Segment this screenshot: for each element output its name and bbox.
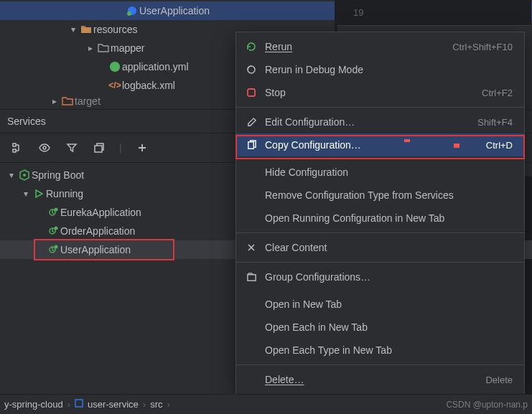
- tree-label: mapper: [111, 42, 144, 54]
- menu-label: Copy Configuration…: [265, 139, 479, 151]
- folder-res-icon: [79, 24, 93, 35]
- rerun-icon: [245, 41, 258, 52]
- menu-edit-config[interactable]: Edit Configuration… Shift+F4: [236, 110, 524, 133]
- copy-icon: [245, 140, 258, 151]
- module-icon: [75, 399, 83, 410]
- menu-rerun-debug[interactable]: Rerun in Debug Mode: [236, 58, 524, 81]
- tree-label: UserApplication: [60, 244, 131, 255]
- menu-rerun[interactable]: Rerun Ctrl+Shift+F10: [236, 35, 524, 58]
- svg-rect-15: [248, 89, 255, 96]
- svg-point-9: [55, 208, 58, 212]
- menu-label: Delete…: [265, 374, 478, 385]
- menu-open-new-tab[interactable]: Open in New Tab: [236, 293, 524, 316]
- menu-open-each-tab[interactable]: Open Each in New Tab: [236, 316, 524, 339]
- svg-rect-18: [75, 400, 83, 407]
- menu-label: Open Running Configuration in New Tab: [265, 212, 513, 224]
- svg-rect-17: [247, 274, 255, 280]
- menu-open-running-tab[interactable]: Open Running Configuration in New Tab: [236, 207, 524, 230]
- tree-label: application.yml: [122, 61, 189, 72]
- chevron-right-icon: ›: [143, 399, 146, 410]
- menu-label: Remove Configuration Type from Services: [265, 189, 513, 201]
- svg-point-5: [43, 146, 46, 149]
- menu-clear-content[interactable]: Clear Content: [236, 236, 524, 259]
- crumb-item[interactable]: user-service: [88, 399, 139, 410]
- menu-shortcut: Ctrl+Shift+F10: [452, 42, 513, 52]
- running-app-icon: [46, 244, 60, 255]
- menu-label: Clear Content: [265, 242, 513, 253]
- svg-rect-3: [13, 144, 16, 146]
- show-icon[interactable]: [37, 141, 52, 155]
- menu-label: Open Each in New Tab: [265, 321, 513, 333]
- spring-boot-icon: [17, 169, 32, 181]
- chevron-right-icon: ›: [67, 399, 70, 410]
- stop-icon: [245, 88, 258, 98]
- editor-gutter: 19: [337, 0, 531, 26]
- svg-rect-6: [95, 146, 102, 152]
- menu-delete[interactable]: Delete… Delete: [236, 368, 524, 391]
- xml-icon: </>: [108, 80, 122, 90]
- tree-label: logback.xml: [122, 80, 175, 91]
- svg-rect-16: [248, 141, 253, 148]
- menu-group-config[interactable]: Group Configurations…: [236, 265, 524, 288]
- menu-label: Hide Configuration: [265, 166, 513, 178]
- svg-rect-4: [13, 149, 16, 152]
- menu-label: Rerun: [265, 41, 445, 52]
- menu-shortcut: Ctrl+D: [486, 140, 513, 151]
- chevron-right-icon: ›: [167, 399, 169, 410]
- crumb-item[interactable]: y-spring-cloud: [4, 399, 63, 410]
- tree-label: target: [75, 95, 101, 107]
- layout-icon[interactable]: [92, 141, 106, 155]
- svg-point-11: [55, 227, 58, 230]
- running-app-icon: [46, 207, 60, 218]
- menu-label: Edit Configuration…: [265, 116, 470, 128]
- edit-icon: [245, 117, 258, 128]
- menu-label: Open Each Type in New Tab: [265, 344, 513, 356]
- menu-shortcut: Ctrl+F2: [482, 88, 513, 98]
- running-icon: [32, 189, 46, 199]
- tree-label: OrderApplication: [60, 225, 135, 237]
- spring-file-icon: [108, 61, 122, 72]
- clear-icon: [245, 243, 258, 253]
- menu-label: Group Configurations…: [265, 271, 513, 283]
- svg-point-1: [127, 11, 131, 16]
- crumb-item[interactable]: src: [150, 399, 162, 410]
- tree-label: Spring Boot: [32, 169, 84, 181]
- menu-hide-config[interactable]: Hide Configuration: [236, 161, 524, 184]
- menu-stop[interactable]: Stop Ctrl+F2: [236, 81, 524, 104]
- folder-icon: [96, 42, 111, 54]
- tree-label: EurekaApplication: [60, 207, 141, 218]
- menu-shortcut: Delete: [485, 375, 513, 385]
- context-menu: Rerun Ctrl+Shift+F10 Rerun in Debug Mode…: [235, 32, 525, 395]
- rerun-debug-icon: [245, 64, 258, 75]
- menu-open-each-type-tab[interactable]: Open Each Type in New Tab: [236, 339, 524, 362]
- svg-point-7: [23, 174, 26, 177]
- tree-toggle-icon[interactable]: [10, 141, 24, 155]
- menu-label: Stop: [265, 87, 475, 98]
- running-app-icon: [46, 225, 60, 237]
- menu-label: Rerun in Debug Mode: [265, 64, 513, 75]
- group-icon: [245, 272, 258, 283]
- watermark: CSDN @upton-nan.p: [446, 400, 528, 410]
- menu-label: Open in New Tab: [265, 298, 513, 310]
- tree-label: Running: [46, 188, 83, 199]
- class-icon: [125, 5, 139, 17]
- svg-point-13: [55, 245, 58, 249]
- menu-copy-config[interactable]: Copy Configuration… Ctrl+D: [236, 133, 524, 156]
- menu-remove-type[interactable]: Remove Configuration Type from Services: [236, 184, 524, 207]
- tree-label: UserApplication: [139, 5, 210, 17]
- filter-icon[interactable]: [65, 141, 79, 155]
- folder-icon: [60, 95, 75, 107]
- tree-label: resources: [93, 24, 137, 35]
- menu-shortcut: Shift+F4: [477, 117, 513, 128]
- add-icon[interactable]: [135, 141, 149, 155]
- svg-rect-2: [81, 27, 91, 33]
- gutter-line-number: 19: [353, 7, 363, 18]
